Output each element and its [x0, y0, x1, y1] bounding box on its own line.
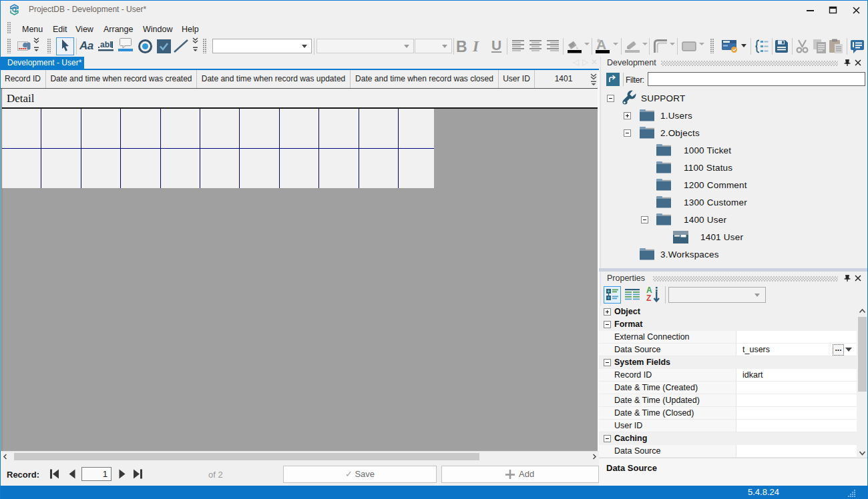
svg-text:abl: abl	[100, 40, 112, 49]
